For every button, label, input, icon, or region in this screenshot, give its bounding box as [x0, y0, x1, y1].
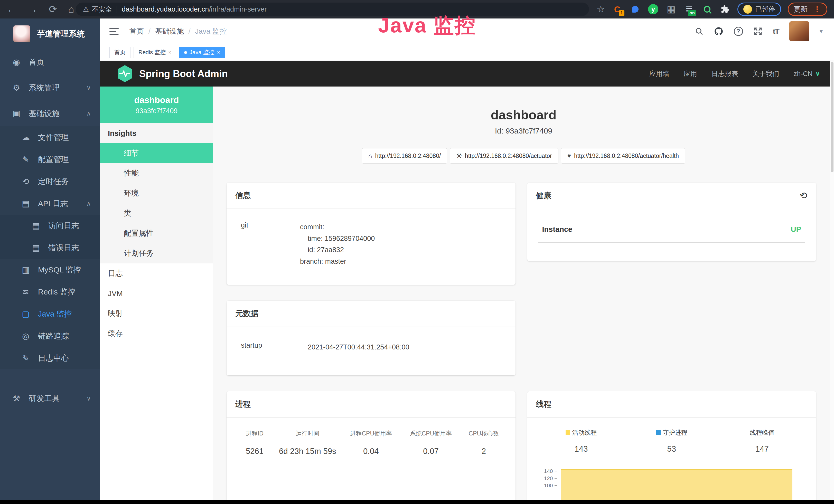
cloud-upload-icon: ☁	[20, 133, 31, 142]
profile-paused-chip[interactable]: 已暂停	[738, 3, 781, 16]
sba-language-select[interactable]: zh-CN ∨	[794, 70, 820, 78]
sidebar-item-config-management[interactable]: ✎ 配置管理	[0, 148, 100, 170]
search-icon[interactable]	[695, 27, 704, 36]
tab-label: Redis 监控	[138, 48, 166, 56]
process-card: 进程 进程ID 运行时间 进程CPU使用率 系统CPU使用率 CPU核心数 52…	[226, 391, 515, 500]
sidebar-item-home[interactable]: ◉ 首页	[0, 49, 100, 75]
sidebar-item-mysql-monitor[interactable]: ▥ MySQL 监控	[0, 259, 100, 281]
database-icon: ▥	[20, 265, 31, 275]
status-badge: UP	[791, 225, 801, 234]
url-path[interactable]: /infra/admin-server	[209, 5, 267, 13]
reload-icon[interactable]: ⟳	[49, 4, 57, 14]
sba-brand[interactable]: Spring Boot Admin	[117, 65, 228, 83]
health-instance-row[interactable]: Instance UP	[538, 225, 806, 243]
sba-menu-insights[interactable]: Insights	[100, 123, 213, 143]
home-icon[interactable]: ⌂	[68, 4, 74, 14]
sidebar-item-system[interactable]: ⚙ 系统管理 ∨	[0, 75, 100, 101]
extension-y-icon[interactable]: y	[648, 4, 659, 15]
sba-nav-applications[interactable]: 应用	[684, 69, 697, 78]
menu-dots-icon[interactable]: ⋮	[813, 4, 821, 14]
back-icon[interactable]: ←	[7, 4, 17, 14]
sba-menu-mappings[interactable]: 映射	[100, 303, 213, 323]
sidebar-brand[interactable]: 芋道管理系统	[0, 19, 100, 49]
chevron-down-icon: ∨	[86, 84, 91, 91]
sba-menu-caches[interactable]: 缓存	[100, 323, 213, 344]
sidebar-item-dev-tools[interactable]: ⚒ 研发工具 ∨	[0, 386, 100, 411]
card-title: 信息	[235, 190, 251, 201]
security-label[interactable]: 不安全	[92, 5, 112, 14]
extension-grid-icon[interactable]: ▦	[665, 4, 677, 15]
sba-menu-metrics[interactable]: 性能	[100, 163, 213, 183]
extension-colorzilla-icon[interactable]: C 1	[612, 4, 623, 15]
close-icon[interactable]: ×	[217, 49, 220, 55]
sba-menu-scheduled-tasks[interactable]: 计划任务	[100, 244, 213, 264]
extension-magnifier-icon[interactable]	[701, 4, 713, 15]
extension-pin-icon[interactable]	[630, 4, 641, 15]
sba-menu-config-props[interactable]: 配置属性	[100, 223, 213, 244]
caret-down-icon[interactable]: ▾	[820, 28, 823, 35]
instance-id: 93a3fc7f7409	[136, 107, 178, 115]
breadcrumb-section[interactable]: 基础设施	[155, 26, 184, 36]
dashboard-icon: ◉	[11, 57, 22, 67]
breadcrumb-home[interactable]: 首页	[129, 26, 144, 36]
close-icon[interactable]: ×	[168, 49, 171, 55]
breadcrumb-current: Java 监控	[195, 26, 227, 36]
sidebar-item-log-center[interactable]: ✎ 日志中心	[0, 347, 100, 369]
sidebar-item-scheduled-jobs[interactable]: ⟲ 定时任务	[0, 170, 100, 192]
sba-nav-wallboard[interactable]: 应用墙	[649, 69, 670, 78]
instance-links: ⌂ http://192.168.0.2:48080/ ⚒ http://192…	[213, 148, 834, 164]
health-url-button[interactable]: ♥ http://192.168.0.2:48080/actuator/heal…	[561, 148, 685, 164]
tab-redis-monitor[interactable]: Redis 监控 ×	[134, 47, 176, 58]
tab-home[interactable]: 首页	[109, 47, 130, 58]
font-size-icon[interactable]: tT	[773, 27, 779, 36]
sidebar-item-file-management[interactable]: ☁ 文件管理	[0, 126, 100, 148]
sba-menu-logs[interactable]: 日志	[100, 264, 213, 283]
url-host[interactable]: dashboard.yudao.iocoder.cn	[122, 5, 209, 13]
sidebar-item-api-logs[interactable]: ▤ API 日志 ∧	[0, 192, 100, 215]
sidebar-label: 首页	[29, 57, 91, 68]
sba-menu-environment[interactable]: 环境	[100, 183, 213, 203]
history-icon[interactable]: ⟲	[799, 190, 807, 201]
sidebar-label: Redis 监控	[38, 287, 91, 297]
tab-java-monitor[interactable]: Java 监控 ×	[179, 47, 225, 58]
sidebar-item-tracing[interactable]: ◎ 链路追踪	[0, 325, 100, 347]
scrollbar[interactable]	[830, 61, 834, 500]
sidebar-item-redis-monitor[interactable]: ≋ Redis 监控	[0, 281, 100, 303]
service-url-button[interactable]: ⌂ http://192.168.0.2:48080/	[362, 148, 447, 164]
actuator-url-button[interactable]: ⚒ http://192.168.0.2:48080/actuator	[450, 148, 558, 164]
sidebar-label: API 日志	[38, 199, 86, 209]
forward-icon[interactable]: →	[28, 4, 38, 14]
chevron-up-icon: ∧	[86, 200, 91, 207]
sidebar-collapse-icon[interactable]	[109, 28, 119, 35]
extensions-puzzle-icon[interactable]	[720, 4, 731, 15]
sba-menu-jvm[interactable]: JVM	[100, 283, 213, 303]
sidebar-label: 日志中心	[38, 353, 91, 364]
scrollbar-thumb[interactable]	[831, 62, 833, 172]
sba-menu-details[interactable]: 细节	[100, 143, 213, 163]
actuator-url: http://192.168.0.2:48080/actuator	[465, 153, 552, 159]
sba-nav-about[interactable]: 关于我们	[752, 69, 779, 78]
sba-menu-classes[interactable]: 类	[100, 203, 213, 223]
insecure-warning-icon[interactable]: ⚠	[83, 5, 89, 13]
sidebar-item-infrastructure[interactable]: ▣ 基础设施 ∧	[0, 101, 100, 126]
sidebar-item-java-monitor[interactable]: ▢ Java 监控	[0, 303, 100, 325]
header-actions: ? tT ▾	[695, 21, 823, 41]
sba-nav-journal[interactable]: 日志报表	[711, 69, 738, 78]
sba-instance-header[interactable]: dashboard 93a3fc7f7409	[100, 87, 213, 123]
app-header: 首页 / 基础设施 / Java 监控 ?	[100, 19, 834, 44]
update-browser-button[interactable]: 更新 ⋮	[788, 3, 827, 16]
fullscreen-icon[interactable]	[753, 27, 763, 36]
cpu-cores: 2	[461, 447, 506, 456]
avatar[interactable]	[789, 21, 809, 41]
sba-body: dashboard 93a3fc7f7409 Insights 细节 性能 环境…	[100, 87, 834, 500]
process-pid: 5261	[235, 447, 274, 456]
address-bar[interactable]: ⚠ 不安全 dashboard.yudao.iocoder.cn /infra/…	[76, 3, 589, 16]
sidebar-item-access-logs[interactable]: ▤ 访问日志	[0, 215, 100, 237]
gear-icon: ⚙	[11, 83, 22, 93]
github-icon[interactable]	[714, 26, 724, 36]
help-icon[interactable]: ?	[734, 27, 743, 36]
bookmark-star-icon[interactable]: ☆	[597, 4, 605, 15]
threads-legend: 活动线程 守护进程 线程峰值	[536, 429, 808, 454]
sidebar-item-error-logs[interactable]: ▤ 错误日志	[0, 237, 100, 259]
extension-switch-icon[interactable]: ≣ on	[683, 4, 695, 15]
